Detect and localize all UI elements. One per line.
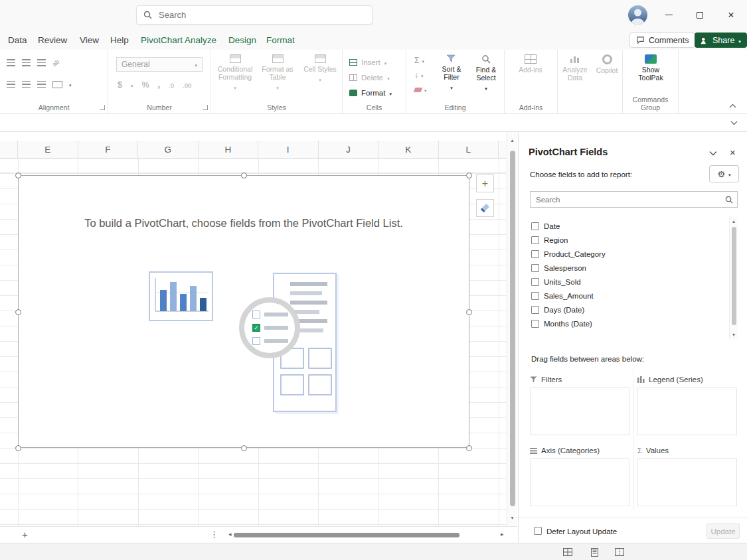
fields-options-button[interactable]: ⚙ xyxy=(709,165,739,182)
column-header-partial[interactable] xyxy=(499,141,506,158)
field-checkbox[interactable] xyxy=(531,264,539,272)
search-box[interactable] xyxy=(136,5,373,25)
column-header[interactable]: H xyxy=(199,141,259,158)
show-toolpak-button[interactable]: Show ToolPak xyxy=(629,54,672,82)
field-row[interactable]: Sales_Amount xyxy=(531,289,727,303)
conditional-formatting-button[interactable]: Conditional Formatting xyxy=(215,54,255,91)
defer-layout-checkbox[interactable] xyxy=(534,527,542,535)
tab-view[interactable]: View xyxy=(80,30,99,50)
tab-design[interactable]: Design xyxy=(228,30,256,50)
expand-strip-icon[interactable] xyxy=(730,121,738,125)
chart-elements-button[interactable]: + xyxy=(476,175,494,192)
add-ins-button[interactable]: Add-ins xyxy=(511,54,550,74)
column-header[interactable]: I xyxy=(258,141,319,158)
filters-area[interactable]: Filters xyxy=(530,374,629,435)
field-checkbox[interactable] xyxy=(531,320,539,328)
search-input[interactable] xyxy=(157,9,365,21)
list-scroll-up-icon[interactable]: ▴ xyxy=(730,218,738,224)
tab-pivotchart-analyze[interactable]: PivotChart Analyze xyxy=(141,30,216,50)
field-row[interactable]: Date xyxy=(531,219,727,233)
field-row[interactable]: Units_Sold xyxy=(531,275,727,289)
selection-handle[interactable] xyxy=(466,309,472,315)
autosum-icon[interactable]: Σ xyxy=(414,56,419,65)
share-button[interactable]: Share xyxy=(695,33,747,48)
percent-style-icon[interactable]: % xyxy=(141,80,149,90)
field-row[interactable]: Product_Category xyxy=(531,247,727,261)
comma-style-icon[interactable]: , xyxy=(158,80,160,90)
tab-data[interactable]: Data xyxy=(8,30,27,50)
currency-caret-icon[interactable] xyxy=(131,80,133,90)
values-area[interactable]: Σ Values xyxy=(637,445,737,506)
scroll-up-icon[interactable]: ▴ xyxy=(507,137,517,143)
orientation-icon[interactable]: ab xyxy=(51,58,60,67)
field-row[interactable]: Months (Date) xyxy=(531,316,727,330)
clear-icon[interactable] xyxy=(414,88,423,92)
column-header[interactable]: K xyxy=(378,141,439,158)
page-break-view-button[interactable] xyxy=(612,546,627,558)
number-format-select[interactable]: General xyxy=(116,57,203,72)
number-dialog-launcher-icon[interactable] xyxy=(203,105,208,110)
vertical-scrollbar[interactable]: ▴ ▾ xyxy=(507,132,517,526)
axis-drop-zone[interactable] xyxy=(530,458,629,506)
tab-help[interactable]: Help xyxy=(110,30,129,50)
insert-cells-button[interactable]: Insert xyxy=(349,56,386,68)
list-scroll-down-icon[interactable]: ▾ xyxy=(730,332,738,338)
selection-handle[interactable] xyxy=(466,445,472,451)
collapse-ribbon-icon[interactable] xyxy=(729,104,736,108)
align-top-icon[interactable] xyxy=(7,59,15,66)
normal-view-button[interactable] xyxy=(560,546,576,558)
values-drop-zone[interactable] xyxy=(637,458,737,506)
comments-button[interactable]: Comments xyxy=(629,33,695,48)
avatar[interactable] xyxy=(628,5,647,25)
column-header[interactable]: J xyxy=(319,141,379,158)
column-header[interactable]: G xyxy=(138,141,199,158)
align-bottom-icon[interactable] xyxy=(37,59,46,66)
scroll-down-icon[interactable]: ▾ xyxy=(507,515,517,521)
field-row[interactable]: Salesperson xyxy=(531,261,727,275)
align-center-icon[interactable] xyxy=(22,81,31,88)
pane-collapse-icon[interactable] xyxy=(709,151,717,156)
merge-center-icon[interactable] xyxy=(52,81,62,88)
align-right-icon[interactable] xyxy=(37,81,46,88)
currency-icon[interactable]: $ xyxy=(118,80,122,90)
filters-drop-zone[interactable] xyxy=(530,387,629,435)
fill-icon[interactable]: ↓ xyxy=(414,70,418,80)
analyze-data-button[interactable]: Analyze Data xyxy=(558,54,592,82)
minimize-button[interactable] xyxy=(658,6,679,24)
cell-styles-button[interactable]: Cell Styles xyxy=(300,54,340,83)
fields-search-box[interactable] xyxy=(530,191,738,208)
fill-caret-icon[interactable] xyxy=(421,70,424,80)
field-row[interactable]: Days (Date) xyxy=(531,303,727,316)
field-checkbox[interactable] xyxy=(531,222,539,230)
find-select-button[interactable]: Find & Select xyxy=(469,54,503,92)
column-header[interactable]: F xyxy=(78,141,139,158)
scroll-left-icon[interactable]: ◂ xyxy=(228,531,232,537)
align-middle-icon[interactable] xyxy=(22,59,31,66)
axis-area[interactable]: Axis (Categories) xyxy=(530,445,629,506)
selection-handle[interactable] xyxy=(466,173,472,178)
format-as-table-button[interactable]: Format as Table xyxy=(258,54,297,91)
vertical-scroll-thumb[interactable] xyxy=(510,151,515,506)
pane-close-icon[interactable]: × xyxy=(730,147,736,158)
update-button[interactable]: Update xyxy=(706,524,740,539)
maximize-button[interactable] xyxy=(689,6,710,24)
field-checkbox[interactable] xyxy=(531,236,539,244)
close-button[interactable]: × xyxy=(720,6,742,24)
tab-format[interactable]: Format xyxy=(266,30,295,50)
column-header[interactable]: L xyxy=(439,141,499,158)
field-list-scroll-thumb[interactable] xyxy=(732,227,736,325)
selection-handle[interactable] xyxy=(241,173,247,178)
merge-caret-icon[interactable] xyxy=(69,80,72,88)
align-left-icon[interactable] xyxy=(7,81,15,88)
field-checkbox[interactable] xyxy=(531,278,539,286)
increase-decimal-icon[interactable]: .0 xyxy=(169,82,174,89)
field-row[interactable]: Region xyxy=(531,233,727,247)
horizontal-scroll-thumb[interactable] xyxy=(234,533,459,537)
copilot-button[interactable]: Copilot xyxy=(592,54,622,74)
fields-search-input[interactable] xyxy=(535,195,721,204)
scroll-right-icon[interactable]: ▸ xyxy=(501,531,504,537)
field-checkbox[interactable] xyxy=(531,306,539,314)
sort-filter-button[interactable]: Sort & Filter xyxy=(434,54,469,91)
legend-drop-zone[interactable] xyxy=(637,387,737,435)
field-checkbox[interactable] xyxy=(531,292,539,300)
